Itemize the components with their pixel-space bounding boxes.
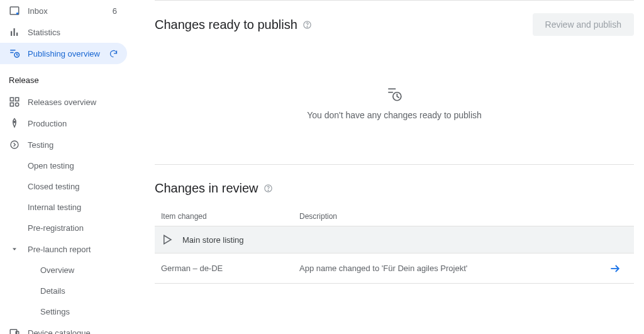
empty-state-ready: You don't have any changes ready to publ… bbox=[155, 48, 634, 164]
divider bbox=[155, 0, 634, 1]
svg-point-11 bbox=[16, 103, 19, 106]
cell-description: App name changed to 'Für Dein agiles Pro… bbox=[299, 264, 602, 273]
sidebar-item-label: Pre-launch report bbox=[28, 245, 91, 254]
section-ready-title: Changes ready to publish bbox=[155, 18, 313, 32]
changes-table: Item changed Description Main store list… bbox=[155, 207, 634, 284]
table-group-row[interactable]: Main store listing bbox=[155, 226, 634, 253]
caret-down-icon bbox=[9, 243, 20, 255]
sidebar-item-label: Open testing bbox=[28, 161, 74, 170]
svg-rect-9 bbox=[16, 97, 19, 101]
play-store-icon bbox=[161, 233, 174, 246]
sidebar-item-internal-testing[interactable]: Internal testing bbox=[0, 197, 132, 218]
svg-point-12 bbox=[14, 121, 15, 123]
svg-rect-4 bbox=[16, 33, 18, 36]
sidebar-item-releases-overview[interactable]: Releases overview bbox=[0, 91, 132, 113]
sidebar-section-release: Release bbox=[0, 64, 132, 91]
svg-rect-8 bbox=[10, 97, 13, 101]
arrow-right-icon[interactable] bbox=[602, 262, 628, 275]
section-review: Changes in review Item changed Descripti… bbox=[155, 164, 634, 284]
sidebar-item-label: Testing bbox=[28, 140, 53, 150]
sidebar-item-label: Statistics bbox=[28, 28, 60, 37]
help-icon[interactable] bbox=[264, 184, 274, 194]
section-review-title: Changes in review bbox=[155, 181, 634, 196]
sidebar-item-label: Inbox bbox=[28, 6, 48, 16]
chevron-right-icon bbox=[9, 139, 20, 150]
col-description: Description bbox=[299, 212, 602, 221]
publish-list-icon bbox=[9, 48, 20, 59]
sidebar-item-label: Releases overview bbox=[28, 97, 96, 107]
sidebar-item-label: Publishing overview bbox=[28, 49, 100, 58]
inbox-icon bbox=[9, 5, 20, 16]
sidebar-item-label: Pre-registration bbox=[28, 223, 84, 233]
sidebar-item-pre-registration[interactable]: Pre-registration bbox=[0, 218, 132, 238]
sidebar-item-closed-testing[interactable]: Closed testing bbox=[0, 176, 132, 197]
sidebar-item-label: Production bbox=[28, 119, 67, 128]
section-ready-header: Changes ready to publish Review and publ… bbox=[155, 13, 634, 36]
svg-point-13 bbox=[11, 141, 18, 148]
sidebar-item-prelaunch-details[interactable]: Details bbox=[0, 281, 132, 301]
col-item-changed: Item changed bbox=[161, 212, 299, 221]
table-header: Item changed Description bbox=[155, 207, 634, 226]
sidebar-item-label: Details bbox=[40, 286, 65, 296]
sidebar-item-label: Overview bbox=[40, 265, 74, 275]
section-ready-title-text: Changes ready to publish bbox=[155, 18, 297, 32]
review-and-publish-button: Review and publish bbox=[533, 13, 634, 36]
group-label: Main store listing bbox=[182, 235, 244, 245]
inbox-badge: 6 bbox=[113, 6, 123, 16]
sidebar-item-production[interactable]: Production bbox=[0, 113, 132, 134]
sidebar-item-open-testing[interactable]: Open testing bbox=[0, 155, 132, 176]
sidebar-item-prelaunch-report[interactable]: Pre-launch report bbox=[0, 238, 132, 260]
devices-icon bbox=[9, 327, 20, 334]
sidebar-item-statistics[interactable]: Statistics bbox=[0, 21, 132, 43]
divider bbox=[155, 164, 634, 165]
refresh-icon[interactable] bbox=[108, 48, 118, 58]
svg-point-23 bbox=[268, 190, 269, 191]
table-row[interactable]: German – de-DE App name changed to 'Für … bbox=[155, 253, 634, 284]
sidebar-item-device-catalogue[interactable]: Device catalogue bbox=[0, 322, 132, 334]
section-review-title-text: Changes in review bbox=[155, 181, 258, 196]
svg-rect-2 bbox=[11, 31, 12, 36]
sidebar-item-prelaunch-settings[interactable]: Settings bbox=[0, 301, 132, 322]
bar-chart-icon bbox=[9, 26, 20, 38]
sidebar-item-prelaunch-overview[interactable]: Overview bbox=[0, 260, 132, 281]
sidebar-item-publishing-overview[interactable]: Publishing overview bbox=[0, 43, 127, 64]
sidebar: Inbox 6 Statistics Publishing overview R… bbox=[0, 0, 132, 334]
sidebar-item-testing[interactable]: Testing bbox=[0, 134, 132, 155]
cell-item: German – de-DE bbox=[161, 264, 299, 273]
main-content: Changes ready to publish Review and publ… bbox=[132, 0, 644, 334]
svg-point-1 bbox=[16, 13, 18, 14]
pending-changes-icon bbox=[386, 86, 402, 103]
sidebar-item-label: Internal testing bbox=[28, 203, 81, 212]
svg-marker-24 bbox=[164, 235, 171, 244]
rocket-icon bbox=[9, 118, 20, 129]
sidebar-item-label: Settings bbox=[40, 307, 70, 316]
help-icon[interactable] bbox=[303, 19, 313, 30]
dashboard-icon bbox=[9, 96, 20, 108]
sidebar-item-label: Device catalogue bbox=[28, 328, 91, 335]
svg-marker-14 bbox=[13, 248, 16, 251]
svg-rect-10 bbox=[10, 103, 13, 106]
svg-rect-3 bbox=[14, 28, 15, 36]
sidebar-item-inbox[interactable]: Inbox 6 bbox=[0, 0, 132, 21]
sidebar-item-label: Closed testing bbox=[28, 182, 79, 191]
svg-point-18 bbox=[307, 26, 308, 27]
empty-state-text: You don't have any changes ready to publ… bbox=[155, 110, 634, 120]
